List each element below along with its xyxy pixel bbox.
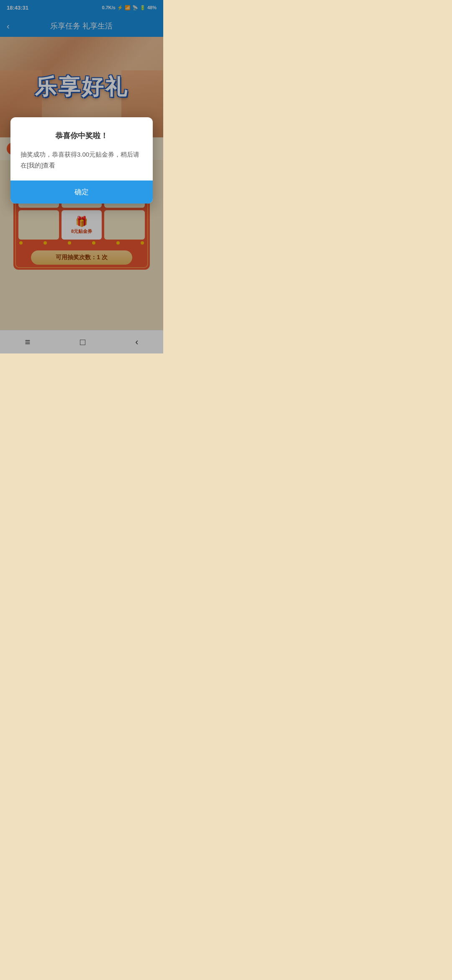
modal-dialog: 恭喜你中奖啦！ 抽奖成功，恭喜获得3.00元贴金券，稍后请在[我的]查看 确定: [10, 117, 153, 204]
modal-message: 抽奖成功，恭喜获得3.00元贴金券，稍后请在[我的]查看: [21, 149, 143, 170]
confirm-button[interactable]: 确定: [10, 181, 153, 204]
modal-content: 恭喜你中奖啦！ 抽奖成功，恭喜获得3.00元贴金券，稍后请在[我的]查看: [10, 117, 153, 181]
modal-title: 恭喜你中奖啦！: [21, 131, 143, 141]
modal-overlay: 恭喜你中奖啦！ 抽奖成功，恭喜获得3.00元贴金券，稍后请在[我的]查看 确定: [0, 0, 163, 353]
